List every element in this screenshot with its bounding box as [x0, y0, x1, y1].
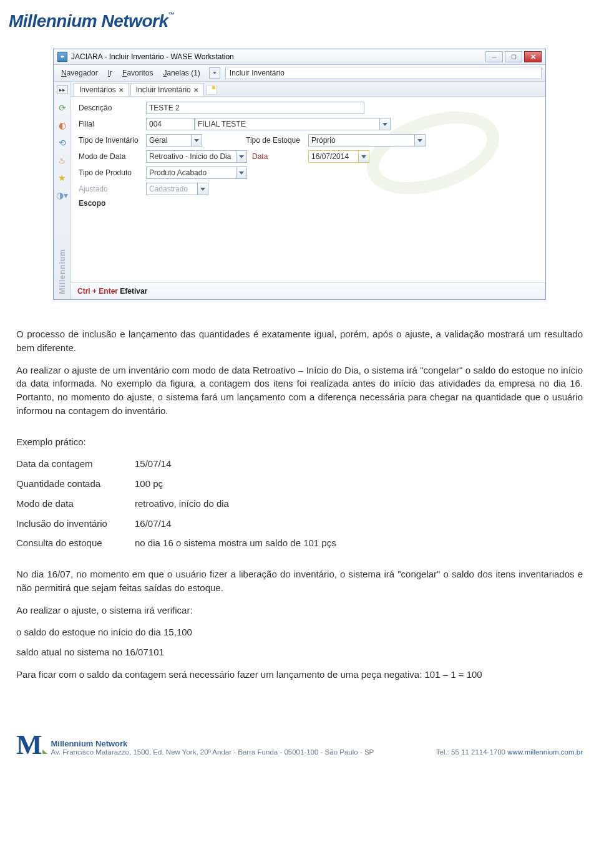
select-ajustado[interactable]: Cadastrado — [146, 183, 208, 195]
menu-ir[interactable]: Ir — [104, 67, 116, 79]
paragraph: Ao realizar o ajuste, o sistema irá veri… — [16, 604, 583, 617]
world-icon[interactable]: ◑▾ — [57, 190, 68, 201]
breadcrumb-path[interactable]: Incluir Inventário — [225, 67, 542, 79]
label-data: Data — [252, 152, 308, 161]
window-controls: ─ ☐ ✕ — [485, 51, 542, 62]
flame-icon[interactable]: ♨ — [57, 155, 68, 166]
paragraph: O processo de inclusão e lançamento das … — [16, 327, 583, 355]
logo-icon: M — [16, 734, 42, 756]
ex-value: 15/07/14 — [135, 457, 171, 471]
chevron-down-icon[interactable] — [358, 150, 369, 163]
footer-info: Millennium Network Av. Francisco Mataraz… — [51, 739, 427, 756]
ex-value: no dia 16 o sistema mostra um saldo de 1… — [135, 536, 336, 550]
input-descricao[interactable]: TESTE 2 — [146, 102, 364, 114]
star-icon[interactable]: ★ — [57, 172, 68, 183]
ex-value: 100 — [177, 627, 192, 637]
ex-value: 101 — [149, 647, 164, 657]
select-tipo-estoque[interactable]: Próprio — [308, 134, 426, 147]
tab-incluir-inventario[interactable]: Incluir Inventário✕ — [130, 83, 204, 96]
ex-value: 16/07/14 — [135, 517, 171, 531]
rail-expand-icon[interactable]: ▸▸ — [57, 85, 68, 94]
new-tab-icon[interactable] — [207, 85, 217, 95]
ex-value: 100 pç — [135, 477, 163, 491]
form-area: Descrição TESTE 2 Filial 004 FILIAL TEST… — [71, 97, 545, 282]
menu-janelas[interactable]: Janelas (1) — [159, 67, 203, 79]
menubar: Navegador Ir Favoritos Janelas (1) Inclu… — [54, 65, 545, 82]
page-header: Millennium Network™ — [0, 0, 599, 36]
chevron-down-icon[interactable] — [379, 118, 391, 130]
menu-dropdown-icon[interactable] — [209, 67, 220, 79]
tab-close-icon[interactable]: ✕ — [119, 87, 124, 94]
tabstrip: Inventários✕ Incluir Inventário✕ — [71, 82, 545, 97]
footer-company-name: Millennium Network — [51, 739, 427, 748]
label-filial: Filial — [79, 120, 146, 128]
chevron-down-icon[interactable] — [197, 183, 208, 195]
tab-close-icon[interactable]: ✕ — [193, 87, 198, 94]
close-button[interactable]: ✕ — [524, 51, 542, 62]
label-tipo-estoque: Tipo de Estoque — [246, 136, 308, 145]
select-value: Retroativo - Inicio do Dia — [146, 150, 236, 163]
ex-label: Data da contagem — [16, 457, 135, 471]
reload-icon[interactable]: ⟲ — [57, 137, 68, 148]
ex-label: Quantidade contada — [16, 477, 135, 491]
label-tipo-inventario: Tipo de Inventário — [79, 136, 146, 145]
stop-icon[interactable]: ◐ — [57, 120, 68, 131]
ex-label: saldo atual no sistema no 16/07 — [16, 647, 149, 657]
ex-label: Consulta do estoque — [16, 536, 135, 550]
app-icon — [57, 52, 67, 62]
chevron-down-icon[interactable] — [191, 134, 202, 147]
footer-contact: Tel.: 55 11 2114-1700 www.millennium.com… — [436, 748, 583, 756]
input-filial-code[interactable]: 004 — [146, 118, 195, 130]
window-footer: Ctrl + Enter Efetivar — [71, 282, 545, 299]
label-escopo: Escopo — [79, 199, 146, 208]
example-title: Exemplo prático: — [16, 435, 583, 449]
select-value: Próprio — [308, 134, 414, 147]
page-footer: M Millennium Network Av. Francisco Matar… — [0, 728, 599, 767]
titlebar: JACIARA - Incluir Inventário - WASE Work… — [54, 49, 545, 65]
label-descricao: Descrição — [79, 104, 146, 112]
date-value: 16/07/2014 — [308, 150, 358, 163]
window-title: JACIARA - Incluir Inventário - WASE Work… — [71, 52, 485, 61]
select-filial-name[interactable]: FILIAL TESTE — [195, 118, 391, 130]
chevron-down-icon[interactable] — [414, 134, 426, 147]
ex-label: o saldo do estoque no início do dia 15, — [16, 627, 177, 637]
select-tipo-inventario[interactable]: Geral — [146, 134, 202, 147]
tab-label: Inventários — [79, 85, 116, 94]
left-rail: ▸▸ ⟳ ◐ ⟲ ♨ ★ ◑▾ Millennium — [54, 82, 71, 299]
action-label: Efetivar — [120, 287, 147, 296]
paragraph: Ao realizar o ajuste de um inventário co… — [16, 364, 583, 418]
trademark-icon: ™ — [168, 11, 174, 18]
document-body: O processo de inclusão e lançamento das … — [0, 319, 599, 728]
tab-label: Incluir Inventário — [136, 85, 191, 94]
input-filial-name: FILIAL TESTE — [195, 118, 379, 130]
input-data[interactable]: 16/07/2014 — [308, 150, 369, 163]
app-window: JACIARA - Incluir Inventário - WASE Work… — [53, 49, 546, 300]
select-value: Cadastrado — [146, 183, 197, 195]
brand-title-text: Millennium Network — [9, 11, 168, 31]
empty-area — [79, 211, 538, 280]
maximize-button[interactable]: ☐ — [505, 51, 522, 62]
minimize-button[interactable]: ─ — [485, 51, 503, 62]
tel-number: 55 11 2114-1700 — [451, 748, 505, 756]
select-modo-data[interactable]: Retroativo - Inicio do Dia — [146, 150, 247, 163]
rail-brand-text: Millennium — [58, 249, 67, 294]
footer-website: www.millennium.com.br — [507, 748, 583, 756]
menu-favoritos[interactable]: Favoritos — [119, 67, 157, 79]
ex-value: retroativo, início do dia — [135, 497, 229, 511]
menu-navegador[interactable]: Navegador — [57, 67, 102, 79]
select-value: Produto Acabado — [146, 166, 236, 179]
paragraph: No dia 16/07, no momento em que o usuári… — [16, 567, 583, 595]
tel-label: Tel.: — [436, 748, 449, 756]
select-tipo-produto[interactable]: Produto Acabado — [146, 166, 247, 179]
chevron-down-icon[interactable] — [236, 166, 247, 179]
label-ajustado: Ajustado — [79, 185, 146, 193]
footer-address: Av. Francisco Matarazzo, 1500, Ed. New Y… — [51, 748, 427, 756]
tab-inventarios[interactable]: Inventários✕ — [74, 83, 129, 96]
ex-label: Inclusão do inventário — [16, 517, 135, 531]
label-modo-data: Modo de Data — [79, 152, 146, 161]
brand-title: Millennium Network™ — [9, 11, 174, 31]
chevron-down-icon[interactable] — [236, 150, 247, 163]
refresh-icon[interactable]: ⟳ — [57, 102, 68, 113]
shortcut-label: Ctrl + Enter — [77, 287, 118, 296]
select-value: Geral — [146, 134, 191, 147]
